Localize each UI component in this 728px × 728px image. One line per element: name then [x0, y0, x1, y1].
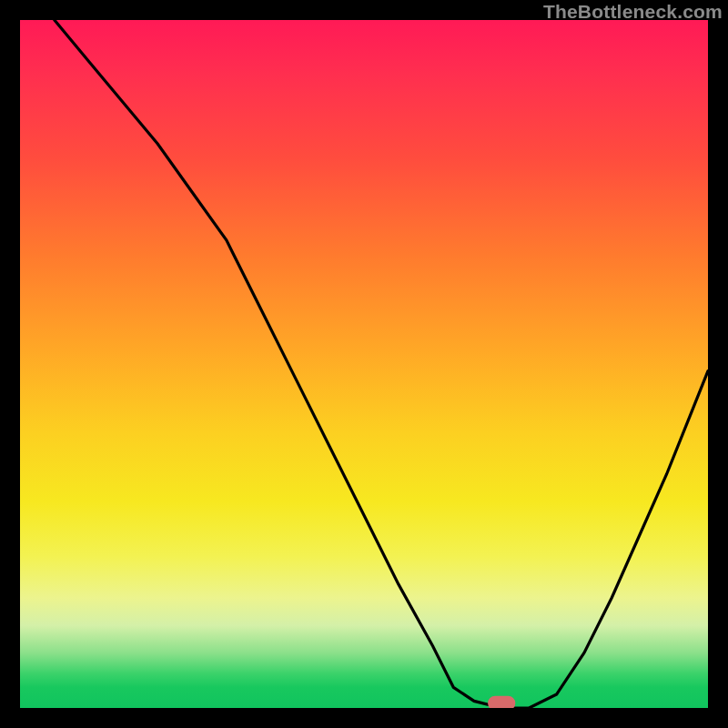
watermark-text: TheBottleneck.com — [543, 1, 723, 23]
bottleneck-curve-path — [55, 20, 708, 708]
optimal-marker — [488, 696, 515, 708]
plot-area — [20, 20, 708, 708]
optimal-marker-group — [488, 696, 515, 708]
bottleneck-curve-group — [55, 20, 708, 708]
chart-svg — [20, 20, 708, 708]
chart-frame: TheBottleneck.com — [0, 0, 728, 728]
